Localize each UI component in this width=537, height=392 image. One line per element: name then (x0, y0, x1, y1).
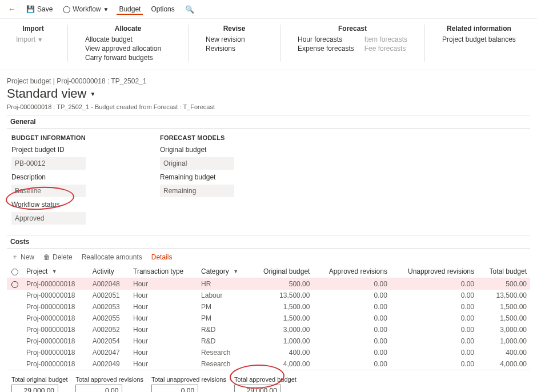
plus-icon: ＋ (11, 252, 18, 262)
cell-category: R&D (198, 335, 250, 347)
forecast-models-heading: FORECAST MODELS (160, 134, 274, 141)
filter-icon[interactable]: ▼ (52, 269, 57, 274)
table-row[interactable]: Proj-000000018A002048HourHR500.000.000.0… (7, 278, 530, 290)
group-allocate: Allocate Allocate budget View approved a… (85, 25, 171, 62)
cost-grid: Project ▼ Activity Transaction type Cate… (7, 265, 530, 370)
cell-category: Labour (198, 290, 250, 301)
filter-icon[interactable]: ▼ (233, 269, 238, 274)
cell-unappr: 0.00 (391, 335, 478, 347)
cell-category: PM (198, 301, 250, 313)
col-total-budget[interactable]: Total budget (478, 265, 530, 278)
reallocate-button[interactable]: Reallocate amounts (82, 253, 142, 261)
expense-forecasts-link[interactable]: Expense forecasts (298, 45, 354, 53)
cell-total: 1,500.00 (478, 313, 530, 324)
total-approved-rev-value[interactable]: 0.00 (75, 385, 122, 392)
trash-icon: 🗑 (43, 253, 50, 261)
cell-activity: A002049 (89, 358, 130, 370)
import-menu[interactable]: Import ▼ (16, 35, 50, 43)
cell-total: 1,000.00 (478, 335, 530, 347)
panel-general-header[interactable]: General (7, 115, 530, 129)
cell-activity: A002052 (89, 324, 130, 335)
group-related-title: Related information (442, 25, 516, 33)
cell-project: Proj-000000018 (23, 347, 89, 358)
col-category[interactable]: Category ▼ (198, 265, 250, 278)
separator (67, 25, 68, 62)
cell-appr: 0.00 (313, 313, 390, 324)
workflow-status-label: Workflow status (11, 201, 126, 209)
col-activity[interactable]: Activity (89, 265, 130, 278)
workflow-label: Workflow (73, 5, 101, 13)
total-approved-budget-label: Total approved budget (234, 376, 296, 383)
col-txn-type[interactable]: Transaction type (130, 265, 198, 278)
cell-appr: 0.00 (313, 324, 390, 335)
hour-forecasts-link[interactable]: Hour forecasts (298, 35, 354, 43)
project-budget-id-label: Project budget ID (11, 146, 126, 154)
back-button[interactable]: ← (6, 3, 18, 15)
panel-costs-header[interactable]: Costs (7, 235, 530, 249)
row-selector[interactable] (11, 281, 18, 288)
project-budget-id-field[interactable]: PB-00012 (11, 157, 86, 170)
group-import: Import Import ▼ (16, 25, 50, 62)
cell-txn: Hour (130, 301, 198, 313)
col-unapproved-revisions[interactable]: Unapproved revisions (391, 265, 478, 278)
cell-orig: 1,500.00 (250, 313, 314, 324)
page-title[interactable]: Standard view ▼ (7, 86, 530, 101)
cell-total: 13,500.00 (478, 290, 530, 301)
workflow-status-field[interactable]: Approved (11, 212, 86, 225)
cell-appr: 0.00 (313, 290, 390, 301)
cell-txn: Hour (130, 324, 198, 335)
description-label: Description (11, 173, 126, 181)
cell-activity: A002053 (89, 301, 130, 313)
cell-total: 500.00 (478, 278, 530, 290)
cell-appr: 0.00 (313, 301, 390, 313)
cell-project: Proj-000000018 (23, 358, 89, 370)
cell-category: R&D (198, 324, 250, 335)
carry-forward-budgets-link[interactable]: Carry forward budgets (85, 54, 171, 62)
details-button[interactable]: Details (151, 253, 173, 261)
tab-options[interactable]: Options (149, 4, 177, 14)
table-row[interactable]: Proj-000000018A002053HourPM1,500.000.000… (7, 301, 530, 313)
table-row[interactable]: Proj-000000018A002047HourResearch400.000… (7, 347, 530, 358)
group-revise: Revise New revision Revisions (206, 25, 263, 62)
table-row[interactable]: Proj-000000018A002054HourR&D1,000.000.00… (7, 335, 530, 347)
col-select[interactable] (7, 265, 23, 278)
table-row[interactable]: Proj-000000018A002052HourR&D3,000.000.00… (7, 324, 530, 335)
cell-orig: 13,500.00 (250, 290, 314, 301)
search-icon: 🔍 (185, 5, 194, 14)
view-approved-allocation-link[interactable]: View approved allocation (85, 45, 171, 53)
total-approved-budget-value[interactable]: 29,000.00 (234, 385, 281, 392)
remaining-budget-field[interactable]: Remaining (160, 185, 234, 197)
cell-total: 3,000.00 (478, 324, 530, 335)
group-related: Related information Project budget balan… (442, 25, 516, 62)
group-forecast: Forecast Hour forecasts Expense forecast… (298, 25, 407, 62)
table-row[interactable]: Proj-000000018A002049HourResearch4,000.0… (7, 358, 530, 370)
workflow-icon: ◯ (63, 5, 70, 13)
description-field[interactable]: Baseline (11, 185, 86, 197)
total-unapproved-rev-value[interactable]: 0.00 (151, 385, 198, 392)
workflow-menu[interactable]: ◯ Workflow ▼ (61, 4, 111, 14)
revisions-link[interactable]: Revisions (206, 45, 263, 53)
save-button[interactable]: 💾 Save (24, 4, 55, 14)
col-approved-revisions[interactable]: Approved revisions (313, 265, 390, 278)
item-forecasts-link[interactable]: Item forecasts (364, 35, 407, 43)
col-project[interactable]: Project ▼ (23, 265, 89, 278)
col-original-budget[interactable]: Original budget (250, 265, 314, 278)
delete-button[interactable]: 🗑 Delete (43, 253, 73, 261)
cell-project: Proj-000000018 (23, 278, 89, 290)
table-row[interactable]: Proj-000000018A002055HourPM1,500.000.000… (7, 313, 530, 324)
table-row[interactable]: Proj-000000018A002051HourLabour13,500.00… (7, 290, 530, 301)
cell-project: Proj-000000018 (23, 335, 89, 347)
cell-unappr: 0.00 (391, 347, 478, 358)
new-revision-link[interactable]: New revision (206, 35, 263, 43)
original-budget-field[interactable]: Original (160, 157, 234, 170)
allocate-budget-link[interactable]: Allocate budget (85, 35, 171, 43)
project-budget-balances-link[interactable]: Project budget balances (442, 35, 516, 43)
total-unapproved-rev-label: Total unapproved revisions (151, 376, 226, 383)
new-button[interactable]: ＋ New (11, 252, 34, 262)
cell-unappr: 0.00 (391, 313, 478, 324)
fee-forecasts-link[interactable]: Fee forecasts (364, 45, 407, 53)
cell-txn: Hour (130, 347, 198, 358)
search-button[interactable]: 🔍 (183, 4, 197, 15)
tab-budget[interactable]: Budget (117, 4, 143, 15)
total-original-value[interactable]: 29,000.00 (11, 385, 58, 392)
